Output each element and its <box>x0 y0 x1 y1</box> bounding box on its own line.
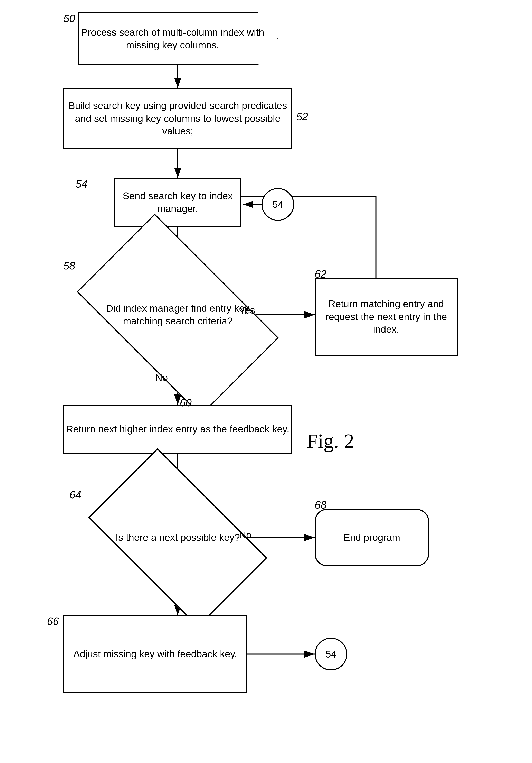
label-50: 50 <box>63 12 75 25</box>
box60-node: Return next higher index entry as the fe… <box>63 405 292 454</box>
no-label-58: No <box>155 372 168 383</box>
label-68: 68 <box>314 499 326 511</box>
diamond64-text: Is there a next possible key? <box>112 527 244 548</box>
box66-node: Adjust missing key with feedback key. <box>63 615 247 693</box>
end68-text: End program <box>343 531 400 544</box>
label-66: 66 <box>47 615 59 627</box>
end68-node: End program <box>314 509 429 566</box>
box54-node: Send search key to index manager. <box>115 178 241 227</box>
ref54-circle: 54 <box>261 188 294 221</box>
box66-text: Adjust missing key with feedback key. <box>73 648 237 660</box>
diagram-container: Process search of multi-column index wit… <box>0 0 532 763</box>
diamond64-node: Is there a next possible key? <box>100 489 255 587</box>
label-54: 54 <box>76 178 87 190</box>
ref54b-text: 54 <box>325 649 336 660</box>
start-node-text: Process search of multi-column index wit… <box>79 26 267 52</box>
box52-text: Build search key using provided search p… <box>64 99 291 138</box>
box54-text: Send search key to index manager. <box>116 190 240 215</box>
diamond58-text: Did index manager find entry key matchin… <box>90 298 266 332</box>
box62-text: Return matching entry and request the ne… <box>315 298 457 336</box>
box62-node: Return matching entry and request the ne… <box>314 278 458 356</box>
fig-label: Fig. 2 <box>307 429 354 453</box>
ref54b-circle: 54 <box>314 638 347 670</box>
diamond58-node: Did index manager find entry key matchin… <box>90 260 266 370</box>
box52-node: Build search key using provided search p… <box>63 88 292 149</box>
ref54-text: 54 <box>272 199 283 210</box>
label-64: 64 <box>69 489 81 501</box>
label-52: 52 <box>296 110 308 123</box>
label-58: 58 <box>63 260 75 272</box>
start-node: Process search of multi-column index wit… <box>78 12 278 65</box>
box60-text: Return next higher index entry as the fe… <box>66 423 289 436</box>
label-60: 60 <box>180 396 192 409</box>
label-62: 62 <box>314 268 326 280</box>
